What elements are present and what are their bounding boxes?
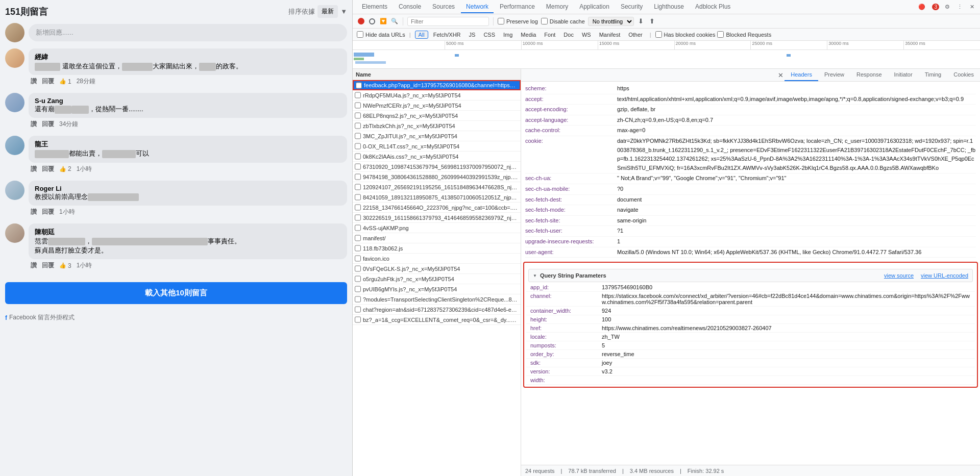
table-row[interactable]: 3MC_ZpJITUl.js?_nc_x=My5fJiP0T54	[353, 131, 521, 141]
record-button[interactable]	[357, 17, 365, 26]
disable-cache-checkbox[interactable]	[541, 18, 548, 24]
req-checkbox[interactable]	[355, 184, 361, 190]
like-action[interactable]: 讚	[31, 165, 37, 173]
reply-action[interactable]: 回覆	[42, 165, 54, 173]
filter-font-button[interactable]: Font	[541, 31, 558, 38]
req-checkbox[interactable]	[355, 143, 361, 149]
req-checkbox[interactable]	[355, 306, 361, 313]
req-checkbox[interactable]	[355, 163, 361, 170]
more-icon[interactable]: ⋮	[955, 3, 964, 11]
filter-ws-button[interactable]: WS	[579, 31, 594, 38]
like-action[interactable]: 讚	[31, 208, 37, 216]
req-checkbox[interactable]	[355, 153, 361, 160]
like-action[interactable]: 讚	[31, 261, 37, 270]
close-details-button[interactable]: ✕	[776, 71, 785, 79]
tab-preview[interactable]: Preview	[818, 69, 850, 81]
filter-manifest-button[interactable]: Manifest	[596, 31, 624, 38]
tab-performance[interactable]: Performance	[495, 1, 540, 13]
req-checkbox[interactable]	[355, 133, 361, 139]
view-url-encoded-link[interactable]: view URL-encoded	[921, 272, 968, 279]
req-checkbox[interactable]	[355, 102, 361, 109]
preserve-log-checkbox[interactable]	[498, 18, 504, 24]
req-checkbox[interactable]	[355, 112, 361, 119]
table-row[interactable]: favicon.ico	[353, 254, 521, 264]
req-checkbox[interactable]	[355, 224, 361, 231]
filter-toggle-button[interactable]: 🔽	[379, 17, 387, 26]
table-row[interactable]: rRdpQF5MU4a.js?_nc_x=My5fJiP0T54	[353, 90, 521, 101]
table-row[interactable]: manifest/	[353, 233, 521, 243]
load-more-button[interactable]: 載入其他10則留言	[5, 282, 347, 304]
req-checkbox[interactable]	[355, 122, 361, 129]
req-checkbox[interactable]	[355, 173, 361, 180]
filter-other-button[interactable]: Other	[625, 31, 646, 38]
query-params-header[interactable]: ▼ Query String Parameters view source vi…	[528, 269, 973, 282]
req-checkbox[interactable]	[355, 265, 361, 272]
req-checkbox[interactable]	[355, 316, 361, 323]
throttle-select[interactable]: No throttling	[588, 17, 634, 26]
tab-elements[interactable]: Elements	[357, 1, 393, 13]
table-row[interactable]: NWePmzfCERr.js?_nc_x=My5fJiP0T54	[353, 101, 521, 111]
search-button[interactable]: 🔍	[390, 17, 399, 26]
req-checkbox[interactable]	[355, 235, 361, 241]
tab-security[interactable]: Security	[616, 1, 648, 13]
tab-adblock[interactable]: Adblock Plus	[690, 1, 736, 13]
tab-memory[interactable]: Memory	[541, 1, 573, 13]
fb-plugin-text[interactable]: Facebook 留言外掛程式	[9, 313, 75, 322]
req-checkbox[interactable]	[355, 286, 361, 292]
clear-button[interactable]	[368, 17, 376, 26]
like-action[interactable]: 讚	[31, 77, 37, 86]
table-row[interactable]: 67310920_109874153679794_569981193700979…	[353, 162, 521, 172]
reply-action[interactable]: 回覆	[42, 208, 54, 216]
blocked-cookies-checkbox[interactable]	[655, 31, 662, 38]
import-har-button[interactable]: ⬇	[637, 17, 645, 26]
close-devtools-icon[interactable]: ✕	[968, 3, 976, 11]
tab-timing[interactable]: Timing	[919, 69, 948, 81]
table-row[interactable]: 94784198_308064361528880_260999440392991…	[353, 172, 521, 182]
hide-data-urls-checkbox[interactable]	[357, 31, 363, 38]
table-row[interactable]: feedback.php?app_id=1379575269016080&cha…	[353, 80, 521, 90]
export-har-button[interactable]: ⬆	[648, 17, 656, 26]
req-checkbox[interactable]	[355, 204, 361, 211]
table-row[interactable]: o5rgu2uhFtk.js?_nc_x=My5fJiP0T54	[353, 274, 521, 284]
filter-img-button[interactable]: Img	[500, 31, 516, 38]
req-checkbox[interactable]	[355, 275, 361, 282]
table-row[interactable]: ?modules=TransportSelectingClientSinglet…	[353, 294, 521, 305]
table-row[interactable]: pvUIB6gMYIs.js?_nc_x=My5fJiP0T54	[353, 284, 521, 294]
comment-input[interactable]: 新增回應......	[29, 24, 347, 41]
table-row[interactable]: 0-OX_RL14T.css?_nc_x=My5fJiP0T54	[353, 141, 521, 152]
tab-sources[interactable]: Sources	[427, 1, 460, 13]
filter-input[interactable]	[407, 17, 489, 26]
tab-initiator[interactable]: Initiator	[888, 69, 919, 81]
req-checkbox[interactable]	[355, 92, 361, 98]
table-row[interactable]: 22158_134766145664O_2223706_njpg?nc_cat=…	[353, 203, 521, 213]
settings-icon[interactable]: ⚙	[943, 3, 951, 11]
filter-xhr-button[interactable]: Fetch/XHR	[430, 31, 464, 38]
req-checkbox[interactable]	[355, 296, 361, 303]
tab-cookies[interactable]: Cookies	[947, 69, 980, 81]
tab-application[interactable]: Application	[574, 1, 615, 13]
table-row[interactable]: 0VsFQeGLK-S.js?_nc_x=My5fJiP0T54	[353, 264, 521, 274]
req-checkbox[interactable]	[355, 245, 361, 252]
reply-action[interactable]: 回覆	[42, 120, 54, 129]
table-row[interactable]: 68ELP8nqns2.js?_nc_x=My5fJiP0T54	[353, 111, 521, 121]
tab-headers[interactable]: Headers	[785, 69, 818, 81]
like-action[interactable]: 讚	[31, 120, 37, 129]
tab-network[interactable]: Network	[461, 1, 494, 13]
tab-console[interactable]: Console	[394, 1, 426, 13]
filter-doc-button[interactable]: Doc	[560, 31, 577, 38]
reply-action[interactable]: 回覆	[42, 77, 54, 86]
table-row[interactable]: 0k8Kc2lAAis.css?_nc_x=My5fJiP0T54	[353, 152, 521, 162]
table-row[interactable]: chat?region=atn&sid=6712837527306239&cid…	[353, 305, 521, 315]
table-row[interactable]: zbTlxbzkChh.js?_nc_x=My5fJiP0T54	[353, 121, 521, 131]
table-row[interactable]: 302226519_161158661379793_41464685955823…	[353, 213, 521, 223]
req-checkbox[interactable]	[355, 255, 361, 262]
table-row[interactable]: 4vSS-ujAKMP.png	[353, 223, 521, 233]
filter-css-button[interactable]: CSS	[480, 31, 498, 38]
req-checkbox[interactable]	[356, 82, 362, 89]
filter-all-button[interactable]: All	[415, 31, 428, 39]
table-row[interactable]: 84241059_189132118950875_413850710060512…	[353, 192, 521, 203]
table-row[interactable]: bz?_a=1&_ccg=EXCELLENT&_comet_req=0&_csr…	[353, 315, 521, 325]
req-checkbox[interactable]	[355, 194, 361, 201]
reply-action[interactable]: 回覆	[42, 261, 54, 270]
sort-button[interactable]: 最新	[317, 5, 338, 18]
